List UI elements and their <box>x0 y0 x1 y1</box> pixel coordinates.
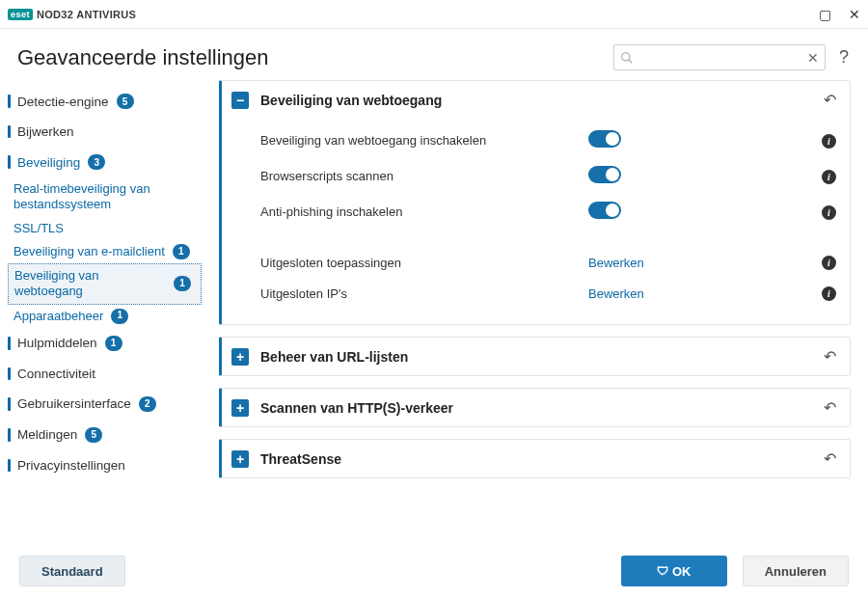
page-title: Geavanceerde instellingen <box>17 45 269 70</box>
titlebar: eset NOD32 ANTIVIRUS ▢ ✕ <box>0 0 868 29</box>
sidebar-item-hulpmiddelen[interactable]: Hulpmiddelen 1 <box>0 328 207 359</box>
undo-icon[interactable]: ↶ <box>824 347 836 366</box>
sidebar-badge: 2 <box>139 396 156 412</box>
sidebar-item-gebruikersinterface[interactable]: Gebruikersinterface 2 <box>0 389 207 420</box>
sidebar-item-label: Meldingen <box>17 427 77 442</box>
ok-label: OK <box>672 564 692 579</box>
default-button[interactable]: Standaard <box>19 556 125 586</box>
panel-header[interactable]: − Beveiliging van webtoegang ↶ <box>222 81 850 119</box>
setting-label: Anti-phishing inschakelen <box>260 204 588 219</box>
expand-icon[interactable]: + <box>231 399 249 417</box>
sidebar-item-apparaatbeheer[interactable]: Apparaatbeheer 1 <box>0 305 207 328</box>
page-header: Geavanceerde instellingen ✕ ? <box>0 29 868 80</box>
expand-icon[interactable]: + <box>231 348 249 366</box>
shield-icon: 🛡 <box>657 564 668 578</box>
footer: Standaard 🛡 OK Annuleren <box>0 544 868 598</box>
close-icon[interactable]: ✕ <box>849 7 860 22</box>
setting-label: Uitgesloten IP's <box>260 286 588 301</box>
sidebar-item-label: Connectiviteit <box>17 367 95 381</box>
main-content: − Beveiliging van webtoegang ↶ Beveiligi… <box>207 80 868 537</box>
info-icon[interactable]: i <box>822 134 836 149</box>
sidebar-badge: 5 <box>117 94 134 109</box>
undo-icon[interactable]: ↶ <box>824 398 836 417</box>
sidebar-item-bijwerken[interactable]: Bijwerken <box>0 117 207 147</box>
clear-search-icon[interactable]: ✕ <box>807 50 819 66</box>
ok-button[interactable]: 🛡 OK <box>621 556 727 586</box>
sidebar-item-label: SSL/TLS <box>14 221 64 236</box>
sidebar-badge: 3 <box>88 154 105 170</box>
search-icon <box>620 51 634 65</box>
setting-excluded-apps: Uitgesloten toepassingen Bewerken i <box>260 247 836 278</box>
sidebar-item-label: Beveiliging van e-mailclient <box>14 244 165 259</box>
svg-line-1 <box>629 59 633 63</box>
sidebar-item-label: Gebruikersinterface <box>17 396 131 411</box>
sidebar-item-detectie-engine[interactable]: Detectie-engine 5 <box>0 86 207 117</box>
info-icon[interactable]: i <box>822 205 836 220</box>
info-icon[interactable]: i <box>822 256 836 270</box>
sidebar-item-label: Detectie-engine <box>17 95 109 109</box>
panel-header[interactable]: + ThreatSense ↶ <box>222 440 850 477</box>
sidebar-item-label: Hulpmiddelen <box>17 336 97 350</box>
sidebar-badge: 1 <box>105 336 122 351</box>
toggle-enable-web[interactable] <box>588 130 621 148</box>
sidebar-item-webtoegang[interactable]: Beveiliging van webtoegang 1 <box>8 263 202 305</box>
help-icon[interactable]: ? <box>839 47 849 68</box>
panel-http-scan: + Scannen van HTTP(S)-verkeer ↶ <box>219 388 851 427</box>
panel-title: Scannen van HTTP(S)-verkeer <box>260 400 453 416</box>
app-logo: eset NOD32 ANTIVIRUS <box>8 9 136 20</box>
edit-link[interactable]: Bewerken <box>588 256 644 270</box>
sidebar-item-label: Beveiliging van webtoegang <box>14 268 166 300</box>
maximize-icon[interactable]: ▢ <box>819 7 831 22</box>
panel-threatsense: + ThreatSense ↶ <box>219 439 851 478</box>
setting-excluded-ips: Uitgesloten IP's Bewerken i <box>260 278 836 309</box>
edit-link[interactable]: Bewerken <box>588 286 644 301</box>
sidebar-item-label: Privacyinstellingen <box>17 458 125 473</box>
sidebar-item-emailclient[interactable]: Beveiliging van e-mailclient 1 <box>0 240 207 263</box>
setting-label: Uitgesloten toepassingen <box>260 256 588 270</box>
panel-title: Beveiliging van webtoegang <box>260 93 442 108</box>
undo-icon[interactable]: ↶ <box>824 91 836 109</box>
sidebar-badge: 1 <box>174 276 191 291</box>
search-area: ✕ ? <box>613 44 849 70</box>
product-name: NOD32 ANTIVIRUS <box>37 9 136 20</box>
sidebar-item-label: Beveiliging <box>17 155 80 170</box>
panel-header[interactable]: + Beheer van URL-lijsten ↶ <box>222 338 850 375</box>
setting-antiphishing: Anti-phishing inschakelen i <box>260 194 836 230</box>
sidebar-item-label: Real-timebeveiliging van bestandssysteem <box>14 181 198 213</box>
panel-web-access: − Beveiliging van webtoegang ↶ Beveiligi… <box>219 80 851 325</box>
panel-body: Beveiliging van webtoegang inschakelen i… <box>222 119 850 324</box>
sidebar-item-realtime[interactable]: Real-timebeveiliging van bestandssysteem <box>0 177 207 217</box>
sidebar-item-label: Bijwerken <box>17 124 74 139</box>
panel-url-lists: + Beheer van URL-lijsten ↶ <box>219 337 851 376</box>
info-icon[interactable]: i <box>822 286 836 301</box>
sidebar-badge: 1 <box>111 309 128 324</box>
panel-header[interactable]: + Scannen van HTTP(S)-verkeer ↶ <box>222 389 850 426</box>
cancel-button[interactable]: Annuleren <box>743 556 849 586</box>
setting-enable-web: Beveiliging van webtoegang inschakelen i <box>260 122 836 158</box>
sidebar-badge: 5 <box>85 427 102 443</box>
toggle-browser-scripts[interactable] <box>588 166 621 183</box>
sidebar-item-privacy[interactable]: Privacyinstellingen <box>0 450 207 480</box>
panel-title: ThreatSense <box>260 451 341 467</box>
sidebar-badge: 1 <box>173 244 190 259</box>
setting-label: Beveiliging van webtoegang inschakelen <box>260 133 588 148</box>
sidebar-item-connectiviteit[interactable]: Connectiviteit <box>0 359 207 389</box>
undo-icon[interactable]: ↶ <box>824 449 836 468</box>
svg-point-0 <box>622 52 630 60</box>
sidebar: Detectie-engine 5 Bijwerken Beveiliging … <box>0 80 207 537</box>
sidebar-item-beveiliging[interactable]: Beveiliging 3 <box>0 147 207 177</box>
expand-icon[interactable]: + <box>231 450 249 468</box>
search-input[interactable] <box>634 51 807 65</box>
sidebar-item-label: Apparaatbeheer <box>14 309 103 324</box>
search-box[interactable]: ✕ <box>613 44 826 70</box>
toggle-antiphishing[interactable] <box>588 202 621 219</box>
logo-badge: eset <box>8 9 33 20</box>
info-icon[interactable]: i <box>822 170 836 184</box>
sidebar-item-meldingen[interactable]: Meldingen 5 <box>0 420 207 450</box>
collapse-icon[interactable]: − <box>231 92 249 109</box>
setting-browser-scripts: Browserscripts scannen i <box>260 158 836 194</box>
sidebar-item-ssltls[interactable]: SSL/TLS <box>0 217 207 240</box>
setting-label: Browserscripts scannen <box>260 169 588 183</box>
window-controls: ▢ ✕ <box>819 7 860 22</box>
panel-title: Beheer van URL-lijsten <box>260 349 408 365</box>
